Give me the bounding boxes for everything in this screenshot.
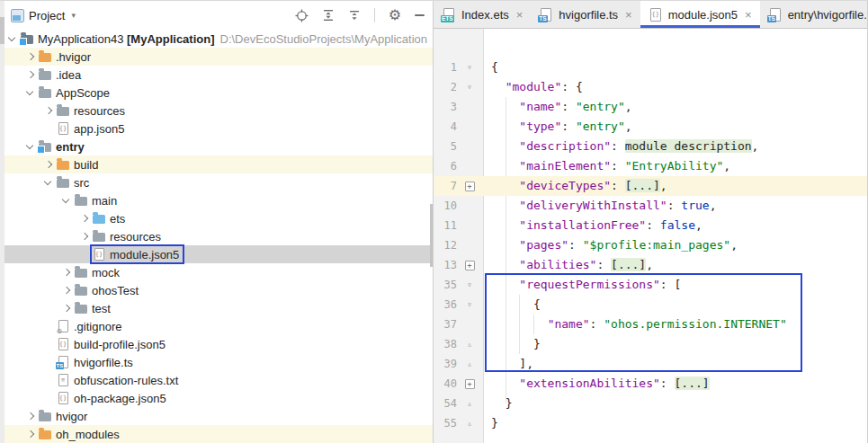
- fold-marker-close[interactable]: ▵: [462, 394, 477, 413]
- tree-item-src[interactable]: src: [0, 173, 434, 191]
- code-line-13[interactable]: 13+ "abilities": [...],: [434, 255, 868, 275]
- tree-item-main-resources[interactable]: resources: [0, 227, 434, 245]
- tree-item-myapplication43[interactable]: MyApplication43 [MyApplication]D:\DevEco…: [0, 30, 434, 48]
- tree-item-gitignore[interactable]: ⊘.gitignore: [0, 317, 434, 335]
- code-line-5[interactable]: 5 "description": module description,: [434, 137, 868, 156]
- tree-item-hvigor[interactable]: hvigor: [0, 407, 434, 425]
- editor-tab-entry-hvigorfile-ts[interactable]: TSentry\hvigorfile.ts×: [760, 1, 868, 28]
- txt-file-icon: ≡: [58, 374, 68, 386]
- token: "abilities": [519, 258, 596, 271]
- tree-item-build[interactable]: build: [0, 155, 434, 173]
- tree-item-obfuscation-rules-txt[interactable]: ≡obfuscation-rules.txt: [0, 371, 434, 389]
- chevron-collapsed-icon[interactable]: [77, 229, 92, 244]
- tree-item-appscope-resources[interactable]: resources: [0, 102, 434, 120]
- chevron-expanded-icon[interactable]: [23, 139, 38, 154]
- chevron-collapsed-icon[interactable]: [77, 211, 92, 226]
- token: ,: [723, 159, 730, 173]
- code-line-3[interactable]: 3 "name": "entry",: [434, 97, 868, 117]
- fold-marker-plus[interactable]: +: [462, 255, 477, 275]
- tree-item-module-json5[interactable]: {}module.json5: [0, 245, 434, 263]
- tree-item-appscope[interactable]: AppScope: [0, 84, 434, 102]
- tree-item-oh-package-json5[interactable]: {}oh-package.json5: [0, 389, 434, 407]
- fold-marker-open[interactable]: ▿: [462, 295, 477, 315]
- code-line-12[interactable]: 12 "pages": "$profile:main_pages",: [434, 235, 868, 255]
- editor-tab-hvigorfile-ts[interactable]: TShvigorfile.ts×: [531, 1, 640, 28]
- folder-gray-icon: [39, 412, 51, 421]
- tree-item-main[interactable]: main: [0, 191, 434, 209]
- tree-item-ohostest[interactable]: ohosTest: [0, 281, 434, 299]
- fold-marker-plus[interactable]: +: [462, 374, 477, 394]
- code-line-10[interactable]: 10 "deliveryWithInstall": true,: [434, 196, 868, 216]
- panel-splitter[interactable]: [433, 1, 434, 443]
- chevron-collapsed-icon[interactable]: [23, 49, 38, 64]
- folderorange-icon: [38, 427, 52, 441]
- editor-tab-bar: ETSIndex.ets×TShvigorfile.ts×{}module.js…: [434, 1, 868, 29]
- chevron-expanded-icon[interactable]: [5, 31, 20, 46]
- close-tab-icon[interactable]: ×: [516, 9, 523, 21]
- code-editor[interactable]: 1▿{2▿ "module": {3 "name": "entry",4 "ty…: [434, 29, 868, 443]
- tree-item-test[interactable]: test: [0, 299, 434, 317]
- hide-panel-icon[interactable]: [415, 14, 425, 16]
- fold-marker-close[interactable]: ▵: [462, 354, 477, 374]
- editor-tab-module-json5[interactable]: {}module.json5×: [640, 1, 760, 28]
- foldergray-icon: [38, 85, 52, 100]
- editor-tab-index-ets[interactable]: ETSIndex.ets×: [434, 1, 531, 28]
- code-line-55[interactable]: 55▵}: [434, 413, 868, 433]
- token: ,: [625, 120, 632, 133]
- tree-item-mock[interactable]: mock: [0, 263, 434, 281]
- code-line-7[interactable]: 7+ "deviceTypes": [...],: [434, 176, 868, 196]
- close-tab-icon[interactable]: ×: [625, 9, 632, 21]
- chevron-collapsed-icon[interactable]: [41, 103, 56, 118]
- chevron-collapsed-icon[interactable]: [41, 157, 56, 172]
- foldergray-icon: [38, 67, 52, 82]
- token: [491, 238, 519, 252]
- chevron-down-icon[interactable]: ▾: [71, 11, 76, 20]
- tree-scrollbar-track[interactable]: [0, 1, 4, 443]
- token: [491, 199, 519, 212]
- folder-gray-icon: [39, 71, 51, 80]
- code-line-6[interactable]: 6 "mainElement": "EntryAbility",: [434, 156, 868, 176]
- close-tab-icon[interactable]: ×: [745, 9, 752, 21]
- fold-marker-plus[interactable]: +: [462, 176, 477, 196]
- code-line-40[interactable]: 40+ "extensionAbilities": [...]: [434, 374, 868, 394]
- tree-item-app-json5[interactable]: {}app.json5: [0, 120, 434, 137]
- braces-glyph: {}: [95, 249, 103, 260]
- code-line-54[interactable]: 54▵ }: [434, 394, 868, 413]
- chevron-collapsed-icon[interactable]: [59, 301, 74, 315]
- tree-scrollbar-thumb[interactable]: [0, 17, 4, 44]
- tree-item-build-profile-json5[interactable]: {}build-profile.json5: [0, 335, 434, 353]
- tree-item-entry[interactable]: entry: [0, 137, 434, 155]
- tree-item-hvigorfile-ts[interactable]: TShvigorfile.ts: [0, 353, 434, 371]
- chevron-expanded-icon[interactable]: [41, 175, 56, 190]
- gitignore-icon: ⊘: [56, 319, 70, 333]
- fold-marker-open[interactable]: ▿: [462, 275, 477, 295]
- chevron-collapsed-icon[interactable]: [23, 427, 38, 441]
- code-line-1[interactable]: 1▿{: [434, 58, 868, 77]
- chevron-collapsed-icon[interactable]: [23, 409, 38, 423]
- fold-marker-close[interactable]: ▵: [462, 413, 477, 433]
- tree-item-label: ohosTest: [92, 284, 139, 297]
- locate-file-icon[interactable]: [295, 9, 309, 22]
- tree-item-label: mock: [92, 266, 120, 279]
- settings-gear-icon[interactable]: ⚙: [389, 8, 401, 22]
- chevron-collapsed-icon[interactable]: [59, 265, 74, 279]
- code-line-4[interactable]: 4 "type": "entry",: [434, 117, 868, 137]
- code-line-2[interactable]: 2▿ "module": {: [434, 77, 868, 97]
- chevron-expanded-icon[interactable]: [23, 85, 38, 100]
- tree-item-dot-idea[interactable]: .idea: [0, 66, 434, 84]
- tree-item-dot-hvigor[interactable]: .hvigor: [0, 48, 434, 66]
- tree-item-ets[interactable]: ets: [0, 209, 434, 227]
- fold-marker-close[interactable]: ▵: [462, 334, 477, 354]
- collapse-all-icon[interactable]: [348, 9, 361, 22]
- expand-all-icon[interactable]: [322, 9, 335, 22]
- fold-marker-open[interactable]: ▿: [462, 77, 477, 97]
- fold-marker-open[interactable]: ▿: [462, 58, 477, 77]
- module-icon: [38, 139, 52, 154]
- folder-orange-icon: [39, 53, 51, 62]
- chevron-collapsed-icon[interactable]: [23, 67, 38, 82]
- fold-plus-icon: +: [465, 261, 475, 270]
- chevron-collapsed-icon[interactable]: [59, 283, 74, 297]
- code-line-11[interactable]: 11 "installationFree": false,: [434, 216, 868, 235]
- chevron-expanded-icon[interactable]: [59, 193, 74, 208]
- tree-item-oh-modules[interactable]: oh_modules: [0, 425, 434, 443]
